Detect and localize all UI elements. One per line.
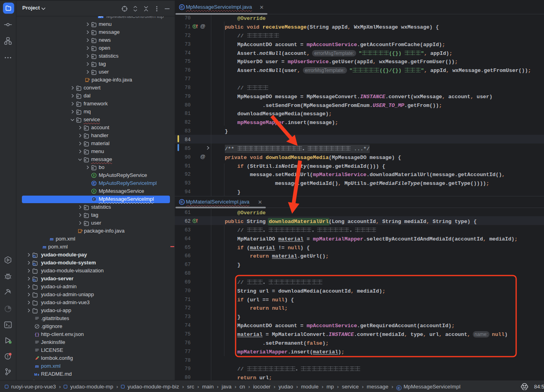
svg-text:C: C — [181, 5, 183, 9]
svg-text:C: C — [181, 200, 183, 204]
svg-text:C: C — [93, 181, 95, 185]
svg-text:m: m — [35, 363, 39, 369]
svg-text:API: API — [99, 16, 103, 18]
svg-text:m: m — [50, 236, 53, 242]
svg-text:I: I — [94, 189, 94, 193]
svg-text:m: m — [43, 244, 46, 250]
svg-text:{}: {} — [35, 333, 39, 337]
svg-text:C: C — [93, 197, 95, 201]
svg-text:I: I — [94, 173, 94, 177]
svg-text:M: M — [34, 373, 37, 376]
